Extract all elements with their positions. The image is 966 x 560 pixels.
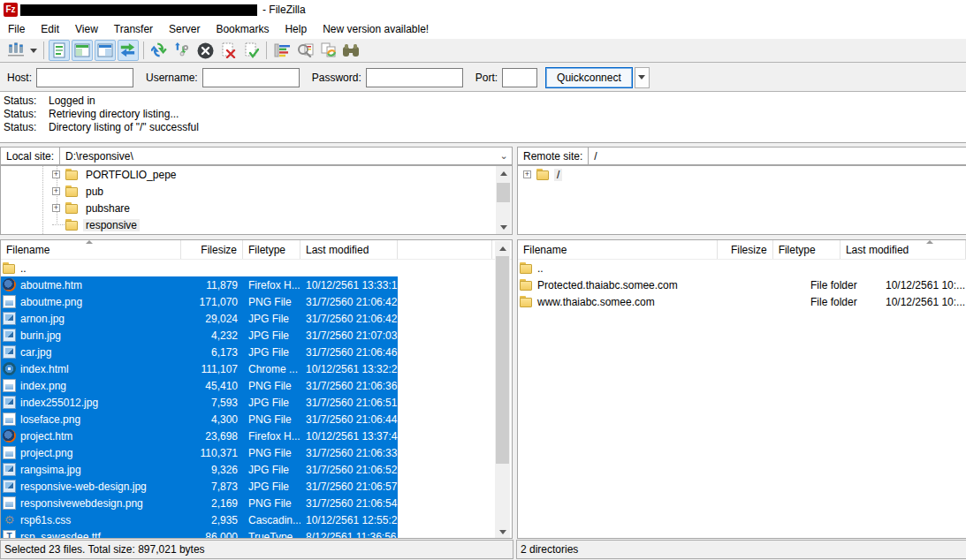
log-message: Retrieving directory listing... [49,108,179,121]
menu-item-view[interactable]: View [67,21,106,37]
toggle-log-view-button[interactable] [49,40,70,61]
file-row-project-htm[interactable]: project.htm23,698Firefox H...10/12/2561 … [1,428,398,444]
reconnect-button[interactable] [240,40,262,61]
file-row-index-html[interactable]: index.html111,107Chrome ...10/12/2561 13… [1,360,398,377]
remote-site-path[interactable]: / [589,150,966,163]
process-queue-icon [174,42,190,58]
file-row-responsivewebdesign-png[interactable]: responsivewebdesign.png2,169PNG File31/7… [1,495,398,511]
file-row-www-thaiabc-somee-com[interactable]: www.thaiabc.somee.comFile folder10/12/25… [518,293,966,310]
file-row-loseface-png[interactable]: loseface.png4,300PNG File31/7/2560 21:06… [1,411,398,428]
file-size: 2,169 [181,497,243,510]
directory-comparison-button[interactable] [340,40,361,61]
synchronized-browsing-button[interactable] [317,40,338,61]
file-row-arnon-jpg[interactable]: arnon.jpg29,024JPG File31/7/2560 21:06:4… [1,310,398,327]
file-type: JPG File [243,329,300,342]
menu-item-file[interactable]: File [0,21,33,37]
menu-item-help[interactable]: Help [277,21,315,37]
file-name: rsp_sawasdee.ttf [20,531,101,540]
tree-expander-icon[interactable]: + [52,204,60,212]
png-icon [3,446,16,459]
file-row-car-jpg[interactable]: car.jpg6,173JPG File31/7/2560 21:06:46 [1,344,398,360]
cancel-button[interactable] [194,40,216,61]
tree-item-[interactable]: +/ [518,166,966,183]
png-icon [3,412,16,426]
file-row-rsp-sawasdee-ttf[interactable]: rsp_sawasdee.ttf86,000TrueType ...8/12/2… [1,528,398,539]
toggle-transfer-queue-button[interactable] [118,40,139,61]
disconnect-icon [220,42,236,58]
file-row-protected-thaiabc-somee-com[interactable]: Protected.thaiabc.somee.comFile folder10… [518,276,966,293]
log-line: Status: Directory listing of "/" success… [4,121,966,134]
reconnect-icon [243,42,259,58]
process-queue-button[interactable] [171,40,193,61]
file-row-burin-jpg[interactable]: burin.jpg4,232JPG File31/7/2560 21:07:03 [1,327,398,344]
column-header-filesize[interactable]: Filesize [181,240,243,259]
log-prefix: Status: [4,108,49,121]
local-list-scrollbar[interactable] [495,241,510,539]
file-type: Firefox H... [243,430,300,443]
tree-expander-icon[interactable]: + [52,187,60,195]
file-type: JPG File [243,464,300,476]
file-row-project-png[interactable]: project.png110,371PNG File31/7/2560 21:0… [1,444,398,461]
remote-status-bar: 2 directories [516,540,966,559]
file-row-aboutme-htm[interactable]: aboutme.htm11,879Firefox H...10/12/2561 … [1,276,398,293]
quickconnect-button[interactable]: Quickconnect [545,67,633,88]
column-header-filename[interactable]: Filename [518,240,718,259]
file-search-button[interactable] [294,40,316,61]
port-input[interactable] [502,68,537,87]
column-header-filetype[interactable]: Filetype [243,240,300,259]
chevron-down-icon[interactable]: ⌄ [496,150,512,162]
menu-item-server[interactable]: Server [161,21,208,37]
file-row-rangsima-jpg[interactable]: rangsima.jpg9,326JPG File31/7/2560 21:06… [1,461,398,478]
file-row-rsp61s-css[interactable]: rsp61s.css2,935Cascadin...10/12/2561 12:… [1,511,398,528]
folder-up-icon [3,261,16,275]
tree-item-pubshare[interactable]: +pubshare [1,200,512,216]
file-type: Chrome ... [243,363,300,375]
toggle-remote-tree-button[interactable] [95,40,116,61]
column-header-filetype[interactable]: Filetype [773,240,840,259]
file-size: 111,107 [181,363,243,375]
file-row-aboutme-png[interactable]: aboutme.png171,070PNG File31/7/2560 21:0… [1,293,398,310]
menu-item-new-version-available[interactable]: New version available! [315,21,437,37]
menu-item-edit[interactable]: Edit [33,21,67,37]
file-type: JPG File [243,397,300,409]
file-row-[interactable]: .. [1,260,398,276]
directory-filters-button[interactable] [271,40,293,61]
host-input[interactable] [36,68,133,87]
tree-item-pub[interactable]: +pub [1,183,512,200]
menu-item-bookmarks[interactable]: Bookmarks [208,21,277,37]
file-row-responsive-web-design-jpg[interactable]: responsive-web-design.jpg7,873JPG File31… [1,478,398,495]
site-manager-button[interactable] [5,40,27,61]
log-view-icon [52,42,66,58]
menu-item-transfer[interactable]: Transfer [106,21,161,37]
column-header-last-modified[interactable]: Last modified [840,240,966,259]
png-icon [3,295,16,308]
file-size: 23,698 [181,430,243,443]
file-name: project.htm [20,430,72,443]
file-name: Protected.thaiabc.somee.com [537,279,678,291]
file-row-index255012-jpg[interactable]: index255012.jpg7,593JPG File31/7/2560 21… [1,394,398,411]
tree-expander-icon[interactable]: + [523,170,531,178]
toolbar-separator [143,42,144,59]
file-row-index-png[interactable]: index.png45,410PNG File31/7/2560 21:06:3… [1,377,398,394]
file-row-[interactable]: .. [518,260,966,276]
file-size: 171,070 [181,296,243,308]
quickconnect-dropdown-button[interactable] [635,67,650,88]
toggle-local-tree-button[interactable] [72,40,93,61]
tree-item-responsive[interactable]: responsive [1,216,512,233]
site-manager-dropdown-button[interactable] [27,40,40,61]
folder-icon [520,278,533,291]
username-input[interactable] [202,68,300,87]
file-name: .. [537,262,544,275]
binoculars-icon [342,43,360,57]
password-input[interactable] [366,68,463,87]
tree-expander-icon[interactable]: + [52,170,60,178]
local-site-path[interactable]: D:\responsive\ [60,150,496,163]
column-header-filesize[interactable]: Filesize [718,240,773,259]
refresh-button[interactable] [148,40,170,61]
column-header-last-modified[interactable]: Last modified [300,240,398,259]
file-name: index.html [20,363,69,375]
file-modified: 31/7/2560 21:06:54 [300,497,398,510]
tree-item-portfolio-pepe[interactable]: +PORTFOLIO_pepe [1,166,512,183]
local-status-text: Selected 23 files. Total size: 897,021 b… [4,543,205,556]
disconnect-button[interactable] [217,40,239,61]
